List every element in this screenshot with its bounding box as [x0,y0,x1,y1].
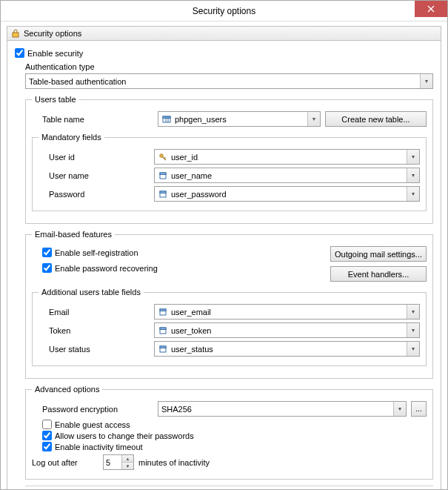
enable-security-row: Enable security [15,48,433,58]
section-title: Security options [24,29,81,38]
inactivity-timeout-label: Enable inactivity timeout [55,443,143,451]
svg-rect-7 [160,173,166,175]
event-handlers-button[interactable]: Event handlers... [330,266,427,282]
encryption-select[interactable]: SHA256 ▾ [158,401,407,417]
table-icon [161,114,172,125]
enable-security-label: Enable security [27,49,83,58]
dropdown-arrow-icon: ▾ [307,112,320,126]
svg-rect-15 [160,346,166,348]
create-table-button[interactable]: Create new table... [325,111,427,127]
column-icon [158,307,168,317]
guest-access-label: Enable guest access [55,420,130,429]
user-status-value: user_status [171,345,213,354]
user-id-select[interactable]: user_id ▾ [154,149,420,165]
email-label: Email [49,308,150,317]
outgoing-mail-button[interactable]: Outgoing mail settings... [330,246,427,262]
table-name-value: phpgen_users [175,115,227,124]
users-table-legend: Users table [32,95,79,104]
column-icon [158,170,168,181]
change-password-label: Allow users to change their passwords [55,431,194,440]
table-name-select[interactable]: phpgen_users ▾ [158,111,321,127]
user-status-label: User status [49,345,150,354]
table-name-label: Table name [42,115,153,124]
svg-rect-11 [160,309,166,311]
email-select[interactable]: user_email ▾ [154,304,420,320]
svg-rect-9 [160,191,166,193]
mandatory-fields-fieldset: Mandatory fields User id user_id ▾ User … [32,133,427,211]
encryption-more-button[interactable]: ... [411,401,427,417]
dropdown-arrow-icon: ▾ [407,150,419,164]
self-registration-label: Enable self-registration [55,248,138,257]
logout-suffix-label: minutes of inactivity [138,458,210,467]
key-icon [158,152,168,162]
password-select[interactable]: user_password ▾ [154,186,420,202]
self-registration-checkbox[interactable] [42,248,52,257]
users-table-fieldset: Users table Table name phpgen_users ▾ Cr… [25,95,433,224]
additional-fields-fieldset: Additional users table fields Email user… [32,288,427,366]
email-features-legend: Email-based features [32,230,115,239]
user-id-value: user_id [171,153,198,162]
encryption-label: Password encryption [42,405,153,414]
close-icon [427,5,435,13]
email-features-fieldset: Email-based features Enable self-registr… [25,230,433,379]
auth-type-label: Authentication type [25,62,433,71]
user-name-select[interactable]: user_name ▾ [154,168,420,183]
dropdown-arrow-icon: ▾ [393,402,406,416]
dropdown-arrow-icon: ▾ [407,323,419,337]
password-recovering-label: Enable password recovering [55,264,158,273]
logout-minutes-spinner[interactable]: ▲ ▼ [103,454,134,470]
column-icon [158,325,168,336]
email-value: user_email [171,308,211,317]
svg-rect-0 [13,33,19,37]
user-id-label: User id [49,153,150,162]
token-value: user_token [171,326,211,335]
user-name-value: user_name [171,171,212,180]
token-label: Token [49,326,150,335]
auth-type-select[interactable]: Table-based authentication ▾ [25,73,433,89]
column-icon [158,189,168,199]
window-title: Security options [193,6,255,16]
dropdown-arrow-icon: ▾ [407,305,419,319]
password-value: user_password [171,190,227,199]
change-password-checkbox[interactable] [42,431,52,440]
dropdown-arrow-icon: ▾ [420,74,432,88]
spinner-up-icon[interactable]: ▲ [122,455,133,463]
svg-rect-13 [160,328,166,330]
enable-security-checkbox[interactable] [15,48,24,58]
spinner-down-icon[interactable]: ▼ [122,463,133,469]
user-status-select[interactable]: user_status ▾ [154,341,420,357]
dropdown-arrow-icon: ▾ [407,168,419,182]
mandatory-legend: Mandatory fields [39,133,104,142]
logout-minutes-input[interactable] [104,455,121,469]
column-icon [158,344,168,354]
auth-type-value: Table-based authentication [29,77,126,86]
guest-access-checkbox[interactable] [42,420,52,429]
dropdown-arrow-icon: ▾ [407,342,419,356]
title-bar: Security options [1,1,447,21]
advanced-options-fieldset: Advanced options Password encryption SHA… [25,385,433,480]
encryption-value: SHA256 [161,405,192,414]
svg-rect-2 [163,116,170,119]
inactivity-timeout-checkbox[interactable] [42,442,52,451]
close-button[interactable] [415,1,447,17]
password-recovering-checkbox[interactable] [42,263,52,273]
user-name-label: User name [49,171,150,180]
logout-after-label: Log out after [32,458,98,467]
lock-icon [10,28,21,39]
additional-legend: Additional users table fields [39,288,144,297]
divider [25,486,433,486]
dropdown-arrow-icon: ▾ [407,187,419,201]
advanced-legend: Advanced options [32,385,102,394]
section-header: Security options [7,26,441,41]
token-select[interactable]: user_token ▾ [154,322,420,338]
password-label: Password [49,190,150,199]
